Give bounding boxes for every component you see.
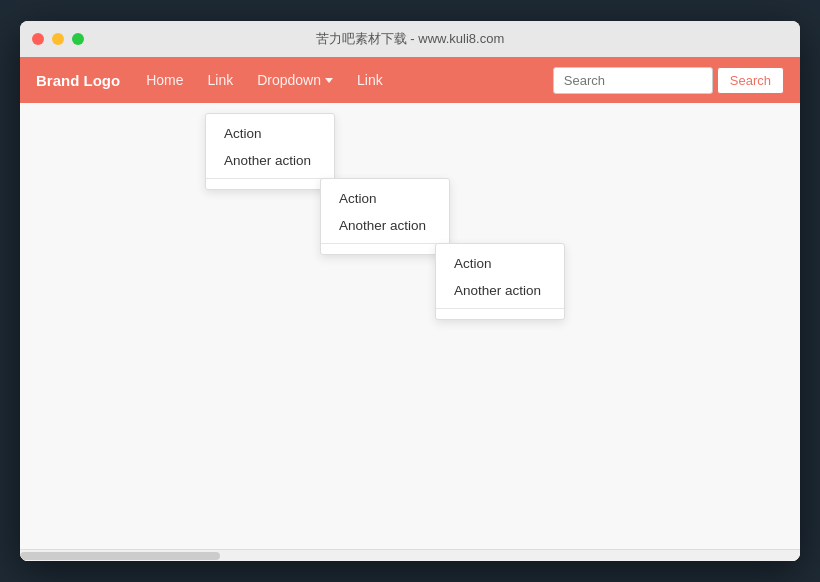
search-input[interactable] <box>553 67 713 94</box>
dropdown1-another-action[interactable]: Another action <box>206 147 334 174</box>
maximize-button[interactable] <box>72 33 84 45</box>
dropdown3-action[interactable]: Action <box>436 250 564 277</box>
close-button[interactable] <box>32 33 44 45</box>
nav-link[interactable]: Link <box>198 66 244 94</box>
titlebar: 苦力吧素材下载 - www.kuli8.com <box>20 21 800 57</box>
dropdown-menu-1: Action Another action <box>205 113 335 190</box>
dropdown3-another-action[interactable]: Another action <box>436 277 564 304</box>
dropdown1-action[interactable]: Action <box>206 120 334 147</box>
search-button[interactable]: Search <box>717 67 784 94</box>
main-content: Action Another action Action Another act… <box>20 103 800 561</box>
dropdown-menu-3: Action Another action <box>435 243 565 320</box>
scrollbar-thumb[interactable] <box>20 552 220 560</box>
minimize-button[interactable] <box>52 33 64 45</box>
nav-link2[interactable]: Link <box>347 66 393 94</box>
window-title: 苦力吧素材下载 - www.kuli8.com <box>316 30 505 48</box>
dropdown-menu-2: Action Another action <box>320 178 450 255</box>
navbar: Brand Logo Home Link Dropdown Link Searc… <box>20 57 800 103</box>
nav-home[interactable]: Home <box>136 66 193 94</box>
app-window: 苦力吧素材下载 - www.kuli8.com Brand Logo Home … <box>20 21 800 561</box>
brand-logo[interactable]: Brand Logo <box>36 72 120 89</box>
dropdown2-action[interactable]: Action <box>321 185 449 212</box>
search-form: Search <box>553 67 784 94</box>
dropdown3-divider <box>436 308 564 309</box>
dropdown-caret-icon <box>325 78 333 83</box>
dropdown1-divider <box>206 178 334 179</box>
scrollbar-area[interactable] <box>20 549 800 561</box>
dropdown2-another-action[interactable]: Another action <box>321 212 449 239</box>
nav-dropdown[interactable]: Dropdown <box>247 66 343 94</box>
dropdown-label: Dropdown <box>257 72 321 88</box>
dropdown2-divider <box>321 243 449 244</box>
